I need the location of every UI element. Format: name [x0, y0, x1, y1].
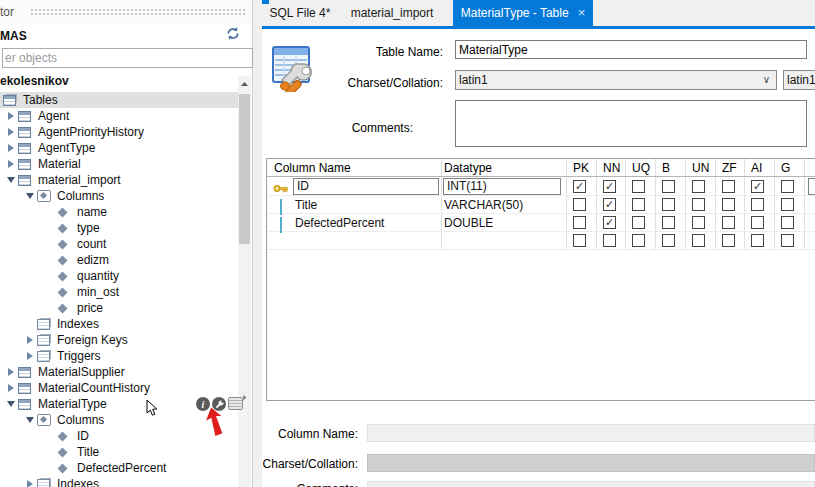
tab-close-icon[interactable]: ×	[578, 5, 586, 20]
tree-item-material-import[interactable]: material_import	[0, 172, 240, 188]
table-icon	[18, 399, 36, 410]
tree-item-materialcounthistory[interactable]: MaterialCountHistory	[0, 380, 240, 396]
collapsed-arrow-icon[interactable]	[22, 352, 37, 360]
checkbox-uq[interactable]	[632, 180, 645, 193]
tab-materialtype-table[interactable]: MaterialType - Table×	[453, 0, 593, 26]
checkbox-un[interactable]	[692, 198, 705, 211]
tree-item-agenttype[interactable]: AgentType	[0, 140, 240, 156]
checkbox-ai-checked[interactable]: ✓	[751, 180, 764, 193]
checkbox-g[interactable]	[781, 216, 794, 229]
scrollbar-up-icon[interactable]	[238, 76, 251, 91]
expanded-arrow-icon[interactable]	[22, 417, 37, 423]
checkbox-nn[interactable]	[603, 234, 616, 247]
tree-item-foreign-keys[interactable]: Foreign Keys	[0, 332, 240, 348]
checkbox-b[interactable]	[662, 234, 675, 247]
checkbox-pk[interactable]	[573, 216, 586, 229]
expanded-arrow-icon[interactable]	[3, 401, 18, 407]
checkbox-zf[interactable]	[722, 216, 735, 229]
filter-objects-input[interactable]	[2, 48, 253, 68]
detail-column-name-label: Column Name:	[262, 427, 358, 441]
checkbox-zf[interactable]	[722, 180, 735, 193]
checkbox-b[interactable]	[662, 198, 675, 211]
charset-dropdown[interactable]: latin1 ∨	[455, 70, 777, 90]
collapsed-arrow-icon[interactable]	[3, 112, 18, 120]
collapsed-arrow-icon[interactable]	[3, 384, 18, 392]
checkbox-ai[interactable]	[751, 234, 764, 247]
grid-row-defectedpercent[interactable]: DefectedPercentDOUBLE✓	[267, 214, 815, 232]
tree-item-columns[interactable]: Columns	[0, 412, 240, 428]
checkbox-pk[interactable]	[573, 198, 586, 211]
collapsed-arrow-icon[interactable]	[3, 144, 18, 152]
tree-item-material[interactable]: Material	[0, 156, 240, 172]
checkbox-g[interactable]	[781, 198, 794, 211]
checkbox-zf[interactable]	[722, 198, 735, 211]
checkbox-g[interactable]	[781, 234, 794, 247]
tab-sql-file-4[interactable]: SQL File 4*	[264, 0, 336, 26]
grid-row-id[interactable]: IDINT(11)✓✓✓	[267, 178, 815, 196]
tree-item-defectedpercent[interactable]: DefectedPercent	[0, 460, 240, 476]
tree-item-agentpriorityhistory[interactable]: AgentPriorityHistory	[0, 124, 240, 140]
tree-item-agent[interactable]: Agent	[0, 108, 240, 124]
scrollbar-thumb[interactable]	[239, 94, 250, 244]
checkbox-b[interactable]	[662, 180, 675, 193]
checkbox-ai[interactable]	[751, 216, 764, 229]
collapsed-arrow-icon[interactable]	[22, 480, 37, 487]
table-name-input[interactable]	[455, 40, 807, 59]
checkbox-b[interactable]	[662, 216, 675, 229]
tree-item-id[interactable]: ID	[0, 428, 240, 444]
datatype-cell[interactable]: DOUBLE	[444, 216, 493, 230]
datatype-cell[interactable]: VARCHAR(50)	[444, 198, 523, 212]
checkbox-uq[interactable]	[632, 234, 645, 247]
checkbox-zf[interactable]	[722, 234, 735, 247]
comments-textarea[interactable]	[455, 100, 807, 147]
expanded-arrow-icon[interactable]	[3, 177, 18, 183]
checkbox-nn-checked[interactable]: ✓	[603, 180, 616, 193]
tree-item-indexes[interactable]: Indexes	[0, 476, 240, 487]
checkbox-pk-checked[interactable]: ✓	[573, 180, 586, 193]
tree-item-materialsupplier[interactable]: MaterialSupplier	[0, 364, 240, 380]
collapsed-arrow-icon[interactable]	[3, 128, 18, 136]
grid-header-uq: UQ	[632, 161, 650, 175]
columns-grid[interactable]: Column NameDatatypePKNNUQBUNZFAIGIDINT(1…	[266, 158, 815, 401]
tree-item-type[interactable]: type	[0, 220, 240, 236]
checkbox-g[interactable]	[781, 180, 794, 193]
grid-row-empty[interactable]	[267, 232, 815, 250]
checkbox-uq[interactable]	[632, 216, 645, 229]
grid-header-b: B	[662, 161, 670, 175]
column-name-cell[interactable]: Title	[295, 198, 317, 212]
checkbox-pk[interactable]	[573, 234, 586, 247]
grid-row-title[interactable]: TitleVARCHAR(50)✓	[267, 196, 815, 214]
collapsed-arrow-icon[interactable]	[3, 368, 18, 376]
tree-item-quantity[interactable]: quantity	[0, 268, 240, 284]
collation-dropdown[interactable]: latin1_	[783, 70, 815, 90]
collapsed-arrow-icon[interactable]	[22, 336, 37, 344]
column-name-editbox[interactable]: ID	[293, 178, 439, 195]
tree-item-tables[interactable]: Tables	[0, 92, 240, 108]
grid-header-datatype: Datatype	[444, 161, 492, 175]
checkbox-nn-checked[interactable]: ✓	[603, 198, 616, 211]
titlebar-grip-texture	[30, 8, 246, 17]
checkbox-un[interactable]	[692, 234, 705, 247]
checkbox-uq[interactable]	[632, 198, 645, 211]
checkbox-un[interactable]	[692, 180, 705, 193]
tree-item-title[interactable]: Title	[0, 444, 240, 460]
tree-item-edizm[interactable]: edizm	[0, 252, 240, 268]
tree-item-min-ost[interactable]: min_ost	[0, 284, 240, 300]
tree-item-price[interactable]: price	[0, 300, 240, 316]
sidebar-scrollbar[interactable]	[238, 76, 251, 487]
column-name-cell[interactable]: DefectedPercent	[295, 216, 384, 230]
collapsed-arrow-icon[interactable]	[3, 160, 18, 168]
tree-item-columns[interactable]: Columns	[0, 188, 240, 204]
checkbox-ai[interactable]	[751, 198, 764, 211]
checkbox-un[interactable]	[692, 216, 705, 229]
refresh-schemas-icon[interactable]	[226, 27, 242, 41]
tab-material-import[interactable]: material_import	[340, 0, 444, 26]
tree-item-indexes[interactable]: Indexes	[0, 316, 240, 332]
table-data-edit-icon[interactable]	[228, 397, 243, 410]
datatype-editbox[interactable]: INT(11)	[443, 178, 561, 195]
checkbox-nn-checked[interactable]: ✓	[603, 216, 616, 229]
tree-item-count[interactable]: count	[0, 236, 240, 252]
expanded-arrow-icon[interactable]	[22, 193, 37, 199]
tree-item-name[interactable]: name	[0, 204, 240, 220]
tree-item-triggers[interactable]: Triggers	[0, 348, 240, 364]
